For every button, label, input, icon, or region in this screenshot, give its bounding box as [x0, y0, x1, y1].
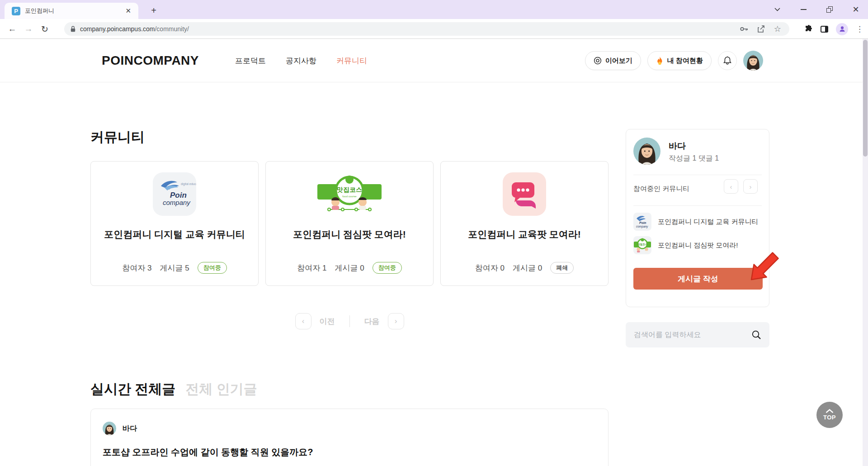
svg-text:company: company — [163, 199, 191, 206]
prev-page-button[interactable]: ‹ — [295, 313, 311, 329]
svg-text:company: company — [636, 225, 648, 228]
community-card-title: 포인컴퍼니 디지털 교육 커뮤니티 — [104, 228, 245, 241]
nav-item-notice[interactable]: 공지사항 — [286, 56, 316, 66]
community-card-title: 포인컴퍼니 교육팟 모여라! — [453, 228, 595, 241]
tab-realtime-posts[interactable]: 실시간 전체글 — [90, 380, 175, 399]
tab-favicon: P — [12, 7, 20, 15]
scrollbar-thumb[interactable] — [863, 40, 868, 157]
notification-bell-button[interactable] — [718, 51, 737, 70]
nav-item-community[interactable]: 커뮤니티 — [336, 56, 367, 66]
new-tab-button[interactable]: + — [147, 4, 160, 17]
bookmark-star-icon[interactable]: ☆ — [774, 24, 781, 34]
share-icon[interactable] — [757, 25, 765, 33]
bell-icon — [723, 56, 731, 65]
feed-tabs: 실시간 전체글 전체 인기글 — [90, 380, 257, 399]
joined-communities-label: 참여중인 커뮤니티 — [633, 185, 689, 193]
scroll-to-top-button[interactable]: TOP — [816, 402, 843, 428]
red-arrow-annotation — [747, 247, 792, 287]
post-author-name: 바다 — [123, 424, 137, 433]
community-cards: digital education Poin company 포인컴퍼니 디지털… — [90, 161, 609, 286]
nav-item-product[interactable]: 프로덕트 — [235, 56, 266, 66]
chevron-up-icon — [826, 409, 834, 413]
status-badge: 참여중 — [373, 262, 402, 274]
tab-popular-posts[interactable]: 전체 인기글 — [185, 380, 257, 399]
community-card-lunch[interactable]: 맛집코스 food course 포인컴퍼니 점심팟 모여라! 참여자 1 게시… — [265, 161, 434, 286]
minimize-button[interactable] — [796, 0, 811, 19]
chat-bubbles-icon — [503, 172, 546, 216]
feed-post-card[interactable]: 바다 포토샵 오프라인 수업에 같이 동행할 직원 있을까요? — [90, 409, 609, 466]
sidebar-search — [626, 322, 769, 347]
matjip-mini-logo: 맛집코스 — [633, 236, 651, 254]
status-badge: 참여중 — [198, 262, 227, 274]
post-count: 게시글 0 — [335, 263, 364, 273]
close-button[interactable]: ✕ — [848, 0, 863, 19]
eye-icon — [594, 57, 602, 65]
post-count: 게시글 0 — [513, 263, 542, 273]
next-page-button[interactable]: › — [388, 313, 404, 329]
participant-count: 참여자 0 — [475, 263, 505, 273]
participant-count: 참여자 1 — [297, 263, 326, 273]
site-logo[interactable]: POINCOMPANY — [102, 39, 199, 82]
forward-button[interactable]: → — [21, 19, 36, 39]
page-title: 커뮤니티 — [90, 128, 145, 147]
back-button[interactable]: ← — [5, 19, 20, 39]
community-card-title: 포인컴퍼니 점심팟 모여라! — [278, 228, 420, 241]
participant-count: 참여자 3 — [122, 263, 151, 273]
svg-text:맛집코스: 맛집코스 — [637, 243, 648, 246]
search-input[interactable] — [634, 331, 751, 339]
tab-title: 포인컴퍼니 — [25, 7, 123, 15]
fire-icon — [656, 56, 664, 65]
joined-community-item[interactable]: 맛집코스 포인컴퍼니 점심팟 모여라! — [633, 234, 738, 256]
continue-watching-button[interactable]: 이어보기 — [585, 51, 641, 70]
post-title[interactable]: 포토샵 오프라인 수업에 같이 동행할 직원 있을까요? — [103, 446, 313, 458]
poincompany-mini-logo: Poin company — [633, 213, 651, 231]
pagination-divider — [349, 315, 350, 327]
svg-text:Poin: Poin — [639, 221, 646, 224]
profile-stats: 작성글 1 댓글 1 — [669, 154, 719, 163]
post-count: 게시글 5 — [160, 263, 189, 273]
divider — [633, 205, 762, 206]
svg-text:food course: food course — [342, 195, 357, 198]
joined-next-button[interactable]: › — [743, 179, 758, 194]
post-author-avatar — [103, 422, 116, 435]
extensions-icon[interactable] — [805, 25, 813, 33]
cards-pagination: ‹ 이전 다음 › — [90, 313, 609, 329]
svg-text:digital education: digital education — [181, 182, 196, 186]
tab-search-chevron-icon[interactable] — [769, 0, 785, 19]
browser-profile-icon[interactable] — [836, 23, 848, 35]
key-icon[interactable] — [740, 26, 748, 32]
my-participation-button[interactable]: 내 참여현황 — [647, 51, 712, 70]
community-card-digital-edu[interactable]: digital education Poin company 포인컴퍼니 디지털… — [90, 161, 259, 286]
lock-icon — [71, 26, 75, 32]
prev-label[interactable]: 이전 — [320, 316, 335, 327]
menu-dots-icon[interactable]: ⋮ — [856, 24, 863, 34]
community-card-edu-pot[interactable]: 포인컴퍼니 교육팟 모여라! 참여자 0 게시글 0 폐쇄 — [440, 161, 609, 286]
joined-community-label: 포인컴퍼니 점심팟 모여라! — [658, 241, 738, 250]
site-header: POINCOMPANY 프로덕트 공지사항 커뮤니티 이어보기 내 참여현황 — [0, 39, 863, 82]
restore-button[interactable] — [822, 0, 837, 19]
profile-avatar — [633, 138, 660, 165]
site-nav: 프로덕트 공지사항 커뮤니티 — [235, 39, 367, 82]
divider — [633, 175, 762, 175]
next-label[interactable]: 다음 — [364, 316, 380, 327]
status-badge: 폐쇄 — [550, 262, 574, 274]
write-post-button[interactable]: 게시글 작성 — [633, 268, 763, 290]
url-text: company.poincampus.com/community/ — [80, 25, 740, 33]
user-avatar[interactable] — [743, 51, 763, 71]
profile-name: 바다 — [669, 140, 686, 152]
search-icon[interactable] — [751, 330, 761, 340]
matjip-course-logo: 맛집코스 food course — [316, 172, 383, 216]
page-scrollbar[interactable] — [863, 39, 868, 466]
poincompany-logo: digital education Poin company — [153, 172, 196, 216]
reload-button[interactable]: ↻ — [37, 19, 52, 39]
browser-tab[interactable]: P 포인컴퍼니 ✕ — [5, 3, 138, 19]
browser-toolbar: ← → ↻ company.poincampus.com/community/ … — [0, 19, 868, 39]
joined-prev-button[interactable]: ‹ — [724, 179, 738, 194]
svg-text:맛집코스: 맛집코스 — [337, 186, 362, 193]
side-panel-icon[interactable] — [821, 26, 828, 33]
tab-close-icon[interactable]: ✕ — [123, 6, 134, 16]
browser-tab-strip: P 포인컴퍼니 ✕ + ✕ — [0, 0, 868, 19]
joined-community-item[interactable]: Poin company 포인컴퍼니 디지털 교육 커뮤니티 — [633, 211, 759, 233]
joined-community-label: 포인컴퍼니 디지털 교육 커뮤니티 — [658, 218, 759, 226]
url-bar[interactable]: company.poincampus.com/community/ ☆ — [64, 22, 789, 36]
